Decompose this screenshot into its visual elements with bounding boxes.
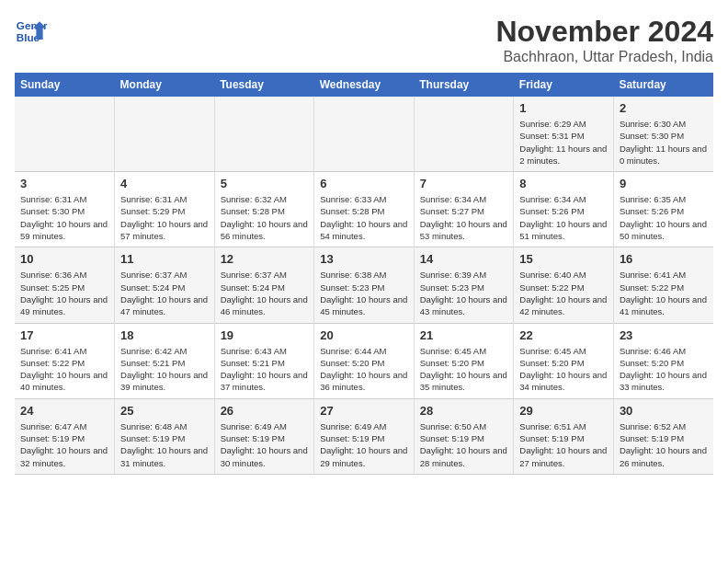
calendar-day-cell: 30Sunrise: 6:52 AM Sunset: 5:19 PM Dayli… (613, 398, 713, 474)
day-number: 18 (120, 328, 209, 342)
day-number: 26 (221, 404, 309, 418)
day-info: Sunrise: 6:45 AM Sunset: 5:20 PM Dayligh… (420, 345, 508, 394)
calendar-day-cell: 15Sunrise: 6:40 AM Sunset: 5:22 PM Dayli… (514, 247, 614, 323)
day-number: 20 (320, 328, 408, 342)
day-number: 6 (320, 177, 408, 190)
calendar-week-row: 10Sunrise: 6:36 AM Sunset: 5:25 PM Dayli… (15, 247, 713, 323)
day-number: 27 (320, 404, 408, 418)
day-number: 1 (519, 101, 608, 115)
day-number: 16 (620, 252, 708, 266)
calendar-day-cell: 7Sunrise: 6:34 AM Sunset: 5:27 PM Daylig… (414, 172, 514, 247)
calendar-day-cell: 29Sunrise: 6:51 AM Sunset: 5:19 PM Dayli… (514, 398, 614, 474)
location-title: Bachhraon, Uttar Pradesh, India (495, 49, 713, 65)
calendar-day-cell: 18Sunrise: 6:42 AM Sunset: 5:21 PM Dayli… (115, 323, 215, 398)
day-info: Sunrise: 6:36 AM Sunset: 5:25 PM Dayligh… (20, 269, 108, 317)
calendar-day-cell: 8Sunrise: 6:34 AM Sunset: 5:26 PM Daylig… (514, 172, 614, 247)
day-number: 14 (420, 252, 508, 266)
calendar-day-cell (115, 97, 215, 172)
calendar-day-cell: 2Sunrise: 6:30 AM Sunset: 5:30 PM Daylig… (613, 97, 713, 172)
calendar-day-cell: 5Sunrise: 6:32 AM Sunset: 5:28 PM Daylig… (214, 172, 314, 247)
day-number: 4 (120, 177, 209, 190)
calendar-week-row: 17Sunrise: 6:41 AM Sunset: 5:22 PM Dayli… (15, 323, 713, 398)
logo: General Blue (15, 15, 48, 48)
weekday-header: Saturday (613, 73, 713, 97)
calendar-week-row: 3Sunrise: 6:31 AM Sunset: 5:30 PM Daylig… (15, 172, 713, 247)
day-info: Sunrise: 6:39 AM Sunset: 5:23 PM Dayligh… (420, 269, 508, 317)
calendar-day-cell: 9Sunrise: 6:35 AM Sunset: 5:26 PM Daylig… (613, 172, 713, 247)
day-number: 30 (620, 404, 708, 418)
calendar-day-cell (214, 97, 314, 172)
day-number: 10 (20, 252, 108, 266)
day-info: Sunrise: 6:34 AM Sunset: 5:26 PM Dayligh… (519, 193, 608, 242)
calendar-day-cell: 19Sunrise: 6:43 AM Sunset: 5:21 PM Dayli… (214, 323, 314, 398)
day-info: Sunrise: 6:38 AM Sunset: 5:23 PM Dayligh… (320, 269, 408, 317)
day-number: 15 (519, 252, 608, 266)
day-info: Sunrise: 6:52 AM Sunset: 5:19 PM Dayligh… (620, 420, 708, 469)
title-section: November 2024 Bachhraon, Uttar Pradesh, … (495, 15, 713, 65)
weekday-header: Monday (115, 73, 215, 97)
calendar-week-row: 24Sunrise: 6:47 AM Sunset: 5:19 PM Dayli… (15, 398, 713, 474)
day-number: 29 (519, 404, 608, 418)
calendar-day-cell: 4Sunrise: 6:31 AM Sunset: 5:29 PM Daylig… (115, 172, 215, 247)
calendar-day-cell: 27Sunrise: 6:49 AM Sunset: 5:19 PM Dayli… (314, 398, 415, 474)
day-info: Sunrise: 6:51 AM Sunset: 5:19 PM Dayligh… (519, 420, 608, 469)
day-number: 3 (20, 177, 108, 190)
day-info: Sunrise: 6:43 AM Sunset: 5:21 PM Dayligh… (221, 345, 309, 394)
calendar-day-cell (15, 97, 115, 172)
day-number: 12 (221, 252, 309, 266)
day-info: Sunrise: 6:42 AM Sunset: 5:21 PM Dayligh… (120, 345, 209, 394)
day-info: Sunrise: 6:37 AM Sunset: 5:24 PM Dayligh… (221, 269, 309, 317)
day-info: Sunrise: 6:29 AM Sunset: 5:31 PM Dayligh… (519, 118, 608, 167)
calendar-day-cell: 20Sunrise: 6:44 AM Sunset: 5:20 PM Dayli… (314, 323, 415, 398)
day-number: 5 (221, 177, 309, 190)
calendar-day-cell: 23Sunrise: 6:46 AM Sunset: 5:20 PM Dayli… (613, 323, 713, 398)
calendar-day-cell: 28Sunrise: 6:50 AM Sunset: 5:19 PM Dayli… (414, 398, 514, 474)
day-number: 9 (620, 177, 708, 190)
page-header: General Blue November 2024 Bachhraon, Ut… (15, 15, 713, 65)
weekday-header: Thursday (414, 73, 514, 97)
calendar-day-cell (414, 97, 514, 172)
day-number: 19 (221, 328, 309, 342)
month-title: November 2024 (495, 15, 713, 49)
calendar-day-cell: 26Sunrise: 6:49 AM Sunset: 5:19 PM Dayli… (214, 398, 314, 474)
calendar-day-cell: 17Sunrise: 6:41 AM Sunset: 5:22 PM Dayli… (15, 323, 115, 398)
day-number: 7 (420, 177, 508, 190)
day-info: Sunrise: 6:49 AM Sunset: 5:19 PM Dayligh… (320, 420, 408, 469)
logo-icon: General Blue (15, 15, 48, 48)
calendar-day-cell: 14Sunrise: 6:39 AM Sunset: 5:23 PM Dayli… (414, 247, 514, 323)
weekday-header: Sunday (15, 73, 115, 97)
day-info: Sunrise: 6:37 AM Sunset: 5:24 PM Dayligh… (120, 269, 209, 317)
calendar-table: SundayMondayTuesdayWednesdayThursdayFrid… (15, 73, 713, 475)
day-number: 24 (20, 404, 108, 418)
day-info: Sunrise: 6:50 AM Sunset: 5:19 PM Dayligh… (420, 420, 508, 469)
calendar-day-cell: 11Sunrise: 6:37 AM Sunset: 5:24 PM Dayli… (115, 247, 215, 323)
calendar-day-cell (314, 97, 415, 172)
calendar-day-cell: 25Sunrise: 6:48 AM Sunset: 5:19 PM Dayli… (115, 398, 215, 474)
day-info: Sunrise: 6:41 AM Sunset: 5:22 PM Dayligh… (20, 345, 108, 394)
calendar-day-cell: 10Sunrise: 6:36 AM Sunset: 5:25 PM Dayli… (15, 247, 115, 323)
weekday-header: Wednesday (314, 73, 415, 97)
calendar-day-cell: 3Sunrise: 6:31 AM Sunset: 5:30 PM Daylig… (15, 172, 115, 247)
day-number: 13 (320, 252, 408, 266)
day-info: Sunrise: 6:41 AM Sunset: 5:22 PM Dayligh… (620, 269, 708, 317)
calendar-day-cell: 22Sunrise: 6:45 AM Sunset: 5:20 PM Dayli… (514, 323, 614, 398)
day-info: Sunrise: 6:31 AM Sunset: 5:29 PM Dayligh… (120, 193, 209, 242)
day-info: Sunrise: 6:30 AM Sunset: 5:30 PM Dayligh… (620, 118, 708, 167)
day-info: Sunrise: 6:33 AM Sunset: 5:28 PM Dayligh… (320, 193, 408, 242)
day-info: Sunrise: 6:49 AM Sunset: 5:19 PM Dayligh… (221, 420, 309, 469)
day-number: 28 (420, 404, 508, 418)
day-info: Sunrise: 6:31 AM Sunset: 5:30 PM Dayligh… (20, 193, 108, 242)
weekday-header: Tuesday (214, 73, 314, 97)
weekday-header-row: SundayMondayTuesdayWednesdayThursdayFrid… (15, 73, 713, 97)
day-info: Sunrise: 6:44 AM Sunset: 5:20 PM Dayligh… (320, 345, 408, 394)
day-info: Sunrise: 6:32 AM Sunset: 5:28 PM Dayligh… (221, 193, 309, 242)
day-info: Sunrise: 6:48 AM Sunset: 5:19 PM Dayligh… (120, 420, 209, 469)
day-number: 8 (519, 177, 608, 190)
day-number: 17 (20, 328, 108, 342)
day-info: Sunrise: 6:45 AM Sunset: 5:20 PM Dayligh… (519, 345, 608, 394)
day-number: 25 (120, 404, 209, 418)
day-info: Sunrise: 6:46 AM Sunset: 5:20 PM Dayligh… (620, 345, 708, 394)
calendar-day-cell: 1Sunrise: 6:29 AM Sunset: 5:31 PM Daylig… (514, 97, 614, 172)
weekday-header: Friday (514, 73, 614, 97)
day-number: 23 (620, 328, 708, 342)
